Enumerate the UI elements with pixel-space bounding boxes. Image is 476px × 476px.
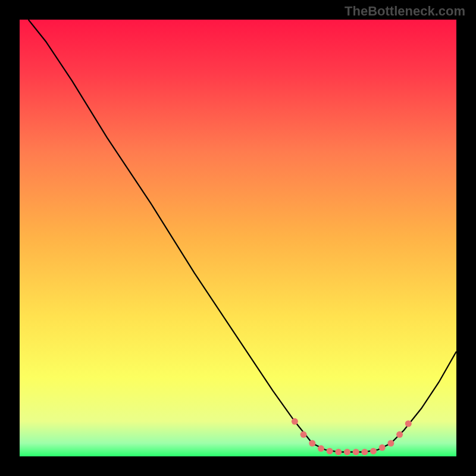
marker-dot (405, 421, 412, 427)
chart-plot-area (20, 20, 456, 456)
marker-dot (335, 449, 342, 455)
marker-dot (300, 431, 307, 438)
marker-dot (370, 448, 377, 455)
marker-dot (396, 431, 403, 438)
marker-dot (387, 440, 394, 447)
marker-dot (318, 445, 324, 452)
watermark-text: TheBottleneck.com (345, 4, 465, 19)
marker-dot (353, 449, 359, 455)
marker-dot (379, 444, 386, 451)
bottleneck-curve (29, 20, 456, 452)
marker-dot (292, 418, 298, 425)
marker-dot (361, 449, 368, 455)
marker-dot (344, 449, 350, 455)
curve-overlay (20, 20, 456, 456)
marker-dots (292, 418, 412, 455)
marker-dot (309, 440, 315, 447)
marker-dot (327, 448, 333, 455)
